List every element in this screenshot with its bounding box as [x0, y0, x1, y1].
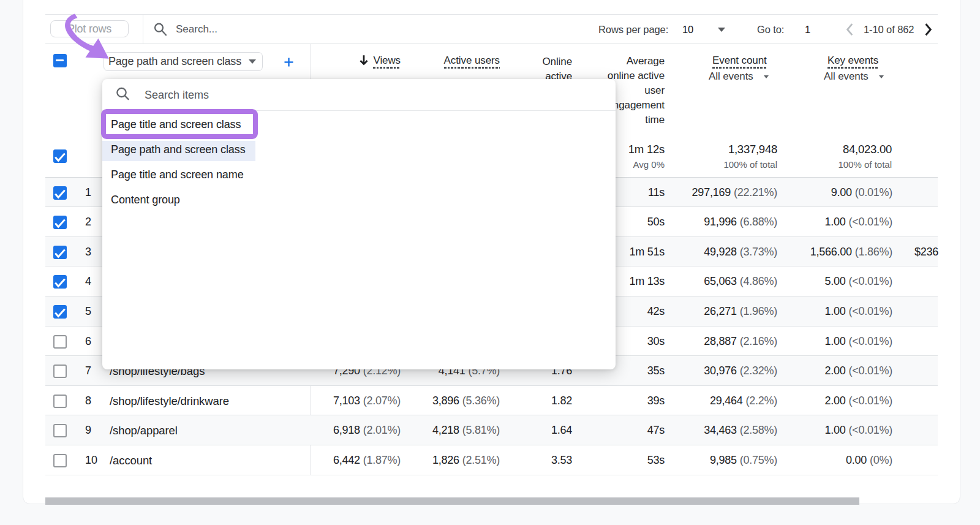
rows-per-page-caret-icon[interactable] [718, 28, 725, 32]
row-checkbox-5[interactable] [53, 305, 67, 319]
cell-online-active: 3.53 [551, 445, 572, 475]
cell-key-events: 1.00 (<0.01%) [824, 207, 892, 237]
header-top-border [45, 43, 938, 44]
column-header-avg-engagement: Averageonline activeuserengagementtime [607, 54, 665, 127]
column-header-avg-line: Average [607, 54, 665, 69]
table-bottom-border [45, 475, 938, 475]
cell-online-active: 1.82 [551, 386, 572, 416]
column-header-avg-line: user [607, 83, 665, 98]
cell-online-active: 1.64 [551, 415, 572, 445]
cell-key-events: 5.00 (<0.01%) [824, 266, 892, 296]
cell-key-events: 2.00 (<0.01%) [824, 356, 892, 386]
prev-page-icon[interactable] [845, 23, 854, 37]
cell-key-events: 2.00 (<0.01%) [824, 386, 892, 416]
totals-event-count-sub: 100% of total [723, 159, 777, 170]
cell-key-events: 9.00 (0.01%) [831, 178, 892, 208]
check-icon [53, 149, 67, 163]
row-number: 3 [85, 237, 91, 267]
cell-event-count: 91,996 (6.88%) [704, 207, 777, 237]
totals-key-events: 84,023.00 [843, 143, 892, 156]
cell-event-count: 297,169 (22.21%) [692, 178, 777, 208]
cell-engagement: 39s [647, 386, 665, 416]
column-header-views[interactable]: Views [359, 55, 401, 67]
cell-key-events: 1.00 (<0.01%) [824, 327, 892, 357]
row-checkbox-4[interactable] [53, 275, 67, 289]
column-header-event-count[interactable]: Event count All events [712, 55, 769, 83]
cell-event-count: 30,976 (2.32%) [704, 356, 777, 386]
dropdown-option-page-path-and-screen-class[interactable]: Page path and screen class [102, 137, 616, 162]
key-events-filter[interactable]: All events [824, 70, 884, 83]
row-checkbox-10[interactable] [53, 454, 67, 467]
totals-engagement-sub: Avg 0% [633, 159, 665, 170]
dropdown-option-content-group[interactable]: Content group [102, 187, 616, 213]
row-checkbox-2[interactable] [53, 216, 67, 229]
row-number: 4 [85, 266, 91, 296]
event-count-filter[interactable]: All events [709, 70, 769, 83]
cell-engagement: 30s [647, 327, 665, 357]
column-header-active-users[interactable]: Active users [444, 55, 500, 67]
row-dimension: /shop/apparel [110, 415, 178, 445]
cell-engagement: 11s [648, 178, 665, 208]
key-events-filter-caret-icon [879, 75, 884, 78]
cell-event-count: 26,271 (1.96%) [704, 296, 777, 327]
table-row-8: 8/shop/lifestyle/drinkware7,103 (2.07%)3… [45, 385, 938, 415]
dropdown-option-page-title-and-screen-name[interactable]: Page title and screen name [102, 162, 616, 187]
cell-engagement: 42s [647, 296, 665, 327]
row-number: 10 [85, 445, 97, 475]
check-icon [53, 305, 67, 319]
horizontal-scrollbar[interactable] [45, 497, 859, 505]
annotation-arrow [0, 0, 123, 74]
row-number: 7 [85, 356, 91, 386]
search-input[interactable]: Search... [176, 23, 217, 36]
cell-event-count: 9,985 (0.75%) [710, 445, 777, 475]
cell-active-users: 4,218 (5.81%) [432, 415, 500, 445]
totals-event-count: 1,337,948 [728, 143, 777, 156]
cell-total-revenue: $236 [914, 237, 938, 267]
cell-event-count: 29,464 (2.2%) [710, 386, 777, 416]
table-row-9: 9/shop/apparel6,918 (2.01%)4,218 (5.81%)… [45, 415, 938, 445]
check-icon [53, 246, 67, 259]
totals-key-events-sub: 100% of total [838, 159, 892, 170]
cell-engagement: 50s [647, 207, 665, 237]
cell-event-count: 65,063 (4.86%) [704, 266, 777, 296]
row-checkbox-9[interactable] [53, 424, 67, 437]
cell-event-count: 34,463 (2.58%) [704, 415, 777, 445]
annotation-box [101, 109, 258, 139]
panel-search-input[interactable]: Search items [145, 89, 209, 102]
check-icon [53, 186, 67, 200]
cell-views: 7,103 (2.07%) [333, 386, 401, 416]
check-icon [53, 275, 67, 289]
rows-per-page-value[interactable]: 10 [682, 24, 693, 36]
cell-views: 6,918 (2.01%) [333, 415, 401, 445]
row-number: 9 [85, 415, 91, 445]
row-number: 8 [85, 386, 91, 416]
next-page-icon[interactable] [923, 23, 933, 37]
go-to-input[interactable]: 1 [805, 24, 810, 36]
row-checkbox-6[interactable] [53, 335, 67, 349]
column-header-key-events[interactable]: Key events All events [827, 55, 884, 83]
cell-key-events: 1,566.00 (1.86%) [810, 237, 892, 267]
row-checkbox-8[interactable] [53, 395, 67, 408]
cell-engagement: 35s [647, 356, 665, 386]
row-checkbox-1[interactable] [53, 186, 67, 200]
cell-event-count: 28,887 (2.16%) [704, 327, 777, 357]
row-number: 1 [85, 178, 91, 208]
column-header-avg-line: online active [607, 69, 665, 83]
add-dimension-button[interactable] [284, 58, 293, 67]
cell-active-users: 1,826 (2.51%) [432, 445, 500, 475]
ga4-table-page: Plot rows Search... Rows per page: 10 Go… [0, 0, 980, 525]
dimension-dropdown-button[interactable]: Page path and screen class [104, 52, 263, 71]
cell-engagement: 1m 51s [629, 237, 665, 267]
column-header-avg-line: engagement [607, 98, 665, 113]
event-count-filter-caret-icon [764, 75, 769, 78]
go-to-label: Go to: [757, 24, 784, 36]
totals-checkbox[interactable] [53, 149, 67, 163]
row-dimension: /shop/lifestyle/drinkware [110, 386, 229, 416]
row-checkbox-7[interactable] [53, 364, 67, 378]
sort-descending-icon [359, 55, 369, 66]
row-checkbox-3[interactable] [53, 246, 67, 259]
row-dimension: /account [110, 445, 152, 475]
cell-key-events: 1.00 (<0.01%) [824, 296, 892, 327]
row-number: 5 [85, 296, 91, 327]
dimension-dropdown-label: Page path and screen class [108, 55, 241, 68]
